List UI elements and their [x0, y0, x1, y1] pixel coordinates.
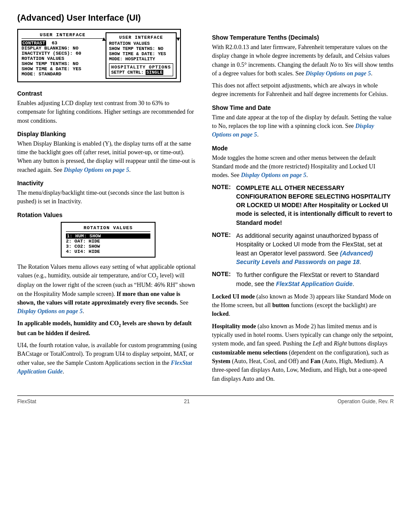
note-label-3: NOTE: — [212, 271, 233, 277]
right-subtitle: ROTATION VALUES — [109, 41, 173, 46]
show-time-date-link[interactable]: Display Options on page 5 — [212, 123, 374, 138]
display-blanking-text: When Display Blanking is enabled (Y), th… — [17, 140, 199, 174]
show-temp-heading: Show Temperature Tenths (Decimals) — [212, 34, 394, 41]
left-column: USER INTERFACE CONTRAST 63 DISPLAY BLANK… — [17, 29, 199, 387]
page-title: (Advanced) User Interface (UI) — [17, 13, 394, 23]
inactivity-heading: Inactivity — [17, 180, 199, 187]
right-column: Show Temperature Tenths (Decimals) With … — [212, 29, 394, 387]
rotation-row-3: 3: CO2: SHOW — [66, 244, 150, 249]
rotation-row-1: 1: HUM: SHOW — [66, 233, 150, 239]
note-block-2: NOTE: As additional security against una… — [212, 231, 394, 266]
rotation-values-text: The Rotation Values menu allows easy set… — [17, 263, 199, 316]
mode-link[interactable]: Display Options on page 5 — [241, 172, 306, 178]
arrow-right-icon: ▼ — [177, 36, 180, 43]
note-text-3: To further configure the FlexStat or rev… — [236, 271, 394, 288]
contrast-text: Enables adjusting LCD display text contr… — [17, 99, 199, 125]
contrast-row: CONTRAST 63 — [22, 40, 104, 46]
footer-right: Operation Guide, Rev. R — [337, 398, 394, 404]
note-label-2: NOTE: — [212, 231, 233, 238]
left-line-4: SHOW TEMP TENTHS: NO — [22, 61, 104, 66]
left-line-6: MODE: STANDARD — [22, 72, 104, 77]
right-line-1: SHOW TEMP TENTHS: NO — [109, 46, 173, 51]
footer: FlexStat 21 Operation Guide, Rev. R — [17, 395, 394, 404]
show-time-date-text: Time and date appear at the top of the d… — [212, 113, 394, 140]
display-blanking-heading: Display Blanking — [17, 131, 199, 137]
rotation-box: ROTATION VALUES 1: HUM: SHOW 2: OAT: HID… — [61, 222, 156, 258]
hospitality-mode-text: Hospitality mode (also known as Mode 2) … — [212, 322, 394, 383]
rotation-link[interactable]: Display Options on page 5 — [17, 308, 83, 314]
mode-heading: Mode — [212, 145, 394, 152]
footer-left: FlexStat — [17, 398, 36, 404]
arrow-left-icon: ▲ — [102, 36, 106, 43]
note-label-1: NOTE: — [212, 184, 233, 190]
left-panel-title: USER INTERFACE — [22, 32, 104, 39]
rotation-box-title: ROTATION VALUES — [66, 225, 150, 232]
show-temp-link[interactable]: Display Options on page 5 — [305, 70, 371, 77]
hosp-title: HOSPITALITY OPTIONS — [111, 65, 171, 70]
hospitality-options-box: HOSPITALITY OPTIONS SETPT CNTRL: SINGLE — [109, 63, 173, 76]
setpt-value: SINGLE — [146, 70, 164, 75]
page-layout: (Advanced) User Interface (UI) USER INTE… — [17, 13, 394, 404]
left-line-3: ROTATION VALUES — [22, 56, 104, 61]
rotation-bold: If more than one value is shown, the val… — [17, 291, 180, 306]
setpt-label: SETPT CNTRL: — [111, 70, 144, 75]
contrast-value: 63 — [52, 40, 57, 46]
right-line-2: SHOW TIME & DATE: YES — [109, 51, 173, 56]
contrast-heading: Contrast — [17, 90, 199, 97]
note-text-1: COMPLETE ALL OTHER NECESSARY CONFIGURATI… — [236, 184, 394, 227]
display-blanking-link[interactable]: Display Options on page 5 — [64, 167, 129, 173]
mode-text: Mode toggles the home screen and other m… — [212, 154, 394, 180]
ui4-text: UI4, the fourth rotation value, is avail… — [17, 341, 199, 376]
left-line-2: INACTIVITY (SECS): 60 — [22, 51, 104, 56]
inactivity-text: The menu/display/backlight time-out (sec… — [17, 189, 199, 206]
contrast-highlight: CONTRAST — [22, 40, 46, 46]
rotation-row-4: 4: UI4: HIDE — [66, 249, 150, 254]
note-block-1: NOTE: COMPLETE ALL OTHER NECESSARY CONFI… — [212, 184, 394, 227]
flexstat-app-guide-link-1[interactable]: FlexStat Application Guide — [17, 360, 192, 375]
show-time-date-heading: Show Time and Date — [212, 104, 394, 111]
left-line-1: DISPLAY BLANKING: NO — [22, 46, 104, 51]
right-panel-title: USER INTERFACE — [109, 35, 173, 40]
note-text-2: As additional security against unauthori… — [236, 231, 394, 266]
ui-display-box: USER INTERFACE CONTRAST 63 DISPLAY BLANK… — [17, 29, 181, 82]
rotation-row-2: 2: OAT: HIDE — [66, 239, 150, 244]
display-blanking-period: . — [129, 167, 131, 173]
show-temp-text: With R2.0.0.13 and later firmware, Fahre… — [212, 43, 394, 78]
note-block-3: NOTE: To further configure the FlexStat … — [212, 271, 394, 288]
note2-link[interactable]: (Advanced) Security Levels and Passwords… — [236, 250, 373, 265]
show-temp-text-2: This does not affect setpoint adjustment… — [212, 81, 394, 99]
footer-center: 21 — [184, 398, 190, 404]
ui-left-panel: USER INTERFACE CONTRAST 63 DISPLAY BLANK… — [22, 32, 106, 79]
ui-right-panel: ▲ ▼ USER INTERFACE ROTATION VALUES SHOW … — [106, 32, 177, 79]
note3-link[interactable]: FlexStat Application Guide — [276, 280, 353, 287]
main-columns: USER INTERFACE CONTRAST 63 DISPLAY BLANK… — [17, 29, 394, 387]
humidity-co2-text: In applicable models, humidity and CO2 l… — [17, 319, 199, 338]
setpt-row: SETPT CNTRL: SINGLE — [111, 70, 171, 75]
left-line-5: SHOW TIME & DATE: YES — [22, 66, 104, 72]
right-line-3: MODE: HOSPITALITY — [109, 56, 173, 62]
locked-ui-text: Locked UI mode (also known as Mode 3) ap… — [212, 292, 394, 319]
rotation-values-heading: Rotation Values — [17, 212, 199, 218]
